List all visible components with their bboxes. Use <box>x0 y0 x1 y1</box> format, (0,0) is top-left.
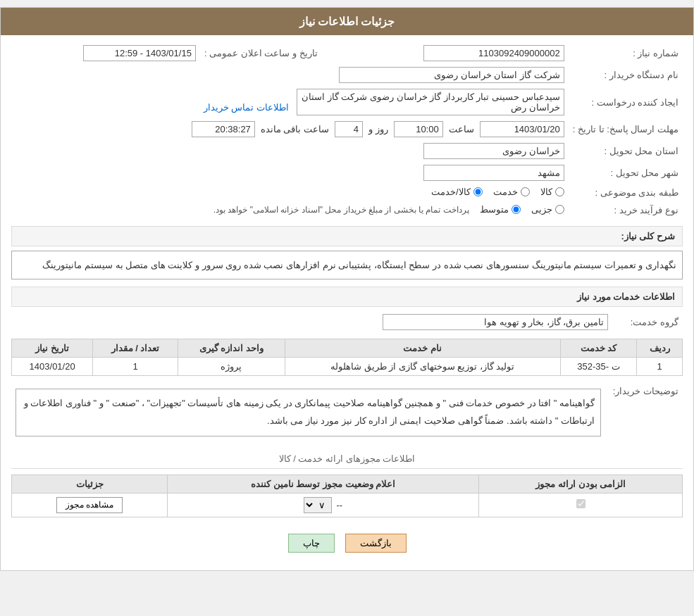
services-data-table: ردیف کد خدمت نام خدمت واحد اندازه گیری ت… <box>11 339 683 376</box>
category-radio-both[interactable] <box>473 187 483 196</box>
requester-row: ایجاد کننده درخواست : سیدعباس حسینی تبار… <box>11 86 683 118</box>
send-time-label: ساعت <box>449 124 474 134</box>
perm-col-status: اعلام وضعیت مجوز توسط نامین کننده <box>168 474 479 493</box>
category-option-kala: کالا <box>540 187 564 197</box>
category-option-khedmat: خدمت <box>493 187 530 197</box>
col-header-row: ردیف <box>637 339 683 358</box>
delivery-province-value: خراسان رضوی <box>423 143 564 159</box>
category-label-kala: کالا <box>540 187 552 197</box>
need-number-label: شماره نیاز : <box>569 42 683 64</box>
process-label: نوع فرآیند خرید : <box>569 201 683 219</box>
buyer-notes-text: گواهینامه " افتا در خصوص خدمات فنی " و ه… <box>16 389 601 436</box>
page-header: جزئیات اطلاعات نیاز <box>1 8 693 35</box>
buyer-notes-table: توضیحات خریدار: گواهینامه " افتا در خصوص… <box>11 382 683 443</box>
perm-status-container: -- ∨ <box>173 497 473 513</box>
need-description-box: نگهداری و تعمیرات سیستم مانیتورینگ سنسور… <box>11 251 683 279</box>
requester-label: ایجاد کننده درخواست : <box>569 86 683 118</box>
permissions-header-row: الزامی بودن ارائه مجوز اعلام وضعیت مجوز … <box>12 474 683 493</box>
requester-value: سیدعباس حسینی تبار کاربرداز گاز خراسان ر… <box>297 89 564 115</box>
buyer-notes-label: توضیحات خریدار: <box>605 382 683 443</box>
buyer-org-row: نام دستگاه خریدار : شرکت گاز استان خراسا… <box>11 64 683 86</box>
permissions-data-row: -- ∨ مشاهده مجوز <box>12 493 683 517</box>
show-permit-button[interactable]: مشاهده مجوز <box>56 497 123 513</box>
col-header-code: کد خدمت <box>560 339 637 358</box>
requester-contact-link[interactable]: اطلاعات تماس خریدار <box>204 102 289 113</box>
category-options: کالا خدمت کالا/خدمت <box>431 187 564 197</box>
category-radio-khedmat[interactable] <box>521 187 530 196</box>
page-container: جزئیات اطلاعات نیاز شماره نیاز : 1103092… <box>0 7 694 571</box>
services-table-header: ردیف کد خدمت نام خدمت واحد اندازه گیری ت… <box>12 339 683 358</box>
category-label: طبقه بندی موضوعی : <box>569 184 683 201</box>
service-qty: 1 <box>93 358 178 376</box>
send-deadline-inline: 1403/01/20 ساعت 10:00 روز و 4 ساعت باقی … <box>16 121 564 137</box>
col-header-unit: واحد اندازه گیری <box>178 339 285 358</box>
perm-required-cell <box>479 493 683 517</box>
process-label-mota: متوسط <box>480 204 509 215</box>
perm-status-cell: -- ∨ <box>168 493 479 517</box>
service-group-value: تامین برق، گاز، بخار و تهویه هوا <box>383 314 608 330</box>
send-remaining-label: ساعت باقی مانده <box>261 124 329 134</box>
service-group-table: گروه خدمت: تامین برق، گاز، بخار و تهویه … <box>11 311 683 333</box>
category-option-both: کالا/خدمت <box>431 187 483 197</box>
service-group-label: گروه خدمت: <box>612 311 683 333</box>
services-section-title: اطلاعات خدمات مورد نیاز <box>11 287 683 307</box>
delivery-city-value: مشهد <box>423 165 564 181</box>
service-unit: پروژه <box>178 358 285 376</box>
category-label-both: کالا/خدمت <box>431 187 471 197</box>
info-table: شماره نیاز : 1103092409000002 تاریخ و سا… <box>11 42 683 219</box>
perm-status-select[interactable]: ∨ <box>304 497 332 513</box>
send-time: 10:00 <box>394 121 443 137</box>
buyer-notes-row: توضیحات خریدار: گواهینامه " افتا در خصوص… <box>11 382 683 443</box>
table-row: 1 ت -35-352 تولید گاز، توزیع سوختهای گاز… <box>12 358 683 376</box>
service-code: ت -35-352 <box>560 358 637 376</box>
bottom-buttons: بازگشت چاپ <box>11 523 683 563</box>
process-options: جزیی متوسط پرداخت تمام یا بخشی از مبلغ خ… <box>213 204 564 215</box>
need-number-value: 1103092409000002 <box>423 45 564 61</box>
perm-required-checkbox[interactable] <box>576 499 585 508</box>
main-content: شماره نیاز : 1103092409000002 تاریخ و سا… <box>1 35 693 570</box>
send-days-label: روز و <box>368 124 388 134</box>
process-radio-mota[interactable] <box>512 205 521 214</box>
need-description-text: نگهداری و تعمیرات سیستم مانیتورینگ سنسور… <box>42 260 676 270</box>
col-header-name: نام خدمت <box>285 339 560 358</box>
perm-col-required: الزامی بودن ارائه مجوز <box>479 474 683 493</box>
need-description-title: شرح کلی نیاز: <box>11 226 683 246</box>
service-name: تولید گاز، توزیع سوختهای گازی از طریق شا… <box>285 358 560 376</box>
process-option-jozii: جزیی <box>531 204 564 215</box>
category-row: طبقه بندی موضوعی : کالا خدمت <box>11 184 683 201</box>
need-number-row: شماره نیاز : 1103092409000002 تاریخ و سا… <box>11 42 683 64</box>
category-label-khedmat: خدمت <box>493 187 518 197</box>
process-option-mota: متوسط <box>480 204 521 215</box>
send-date: 1403/01/20 <box>480 121 564 137</box>
service-date: 1403/01/20 <box>12 358 93 376</box>
page-title: جزئیات اطلاعات نیاز <box>299 15 395 27</box>
permissions-divider: اطلاعات مجوزهای ارائه خدمت / کالا <box>11 449 683 469</box>
service-group-row: گروه خدمت: تامین برق، گاز، بخار و تهویه … <box>11 311 683 333</box>
public-announce-value: 1403/01/15 - 12:59 <box>83 45 196 61</box>
delivery-province-row: استان محل تحویل : خراسان رضوی <box>11 140 683 162</box>
process-radio-jozii[interactable] <box>555 205 564 214</box>
send-deadline-row: مهلت ارسال پاسخ: تا تاریخ : 1403/01/20 س… <box>11 118 683 140</box>
process-label-jozii: جزیی <box>531 204 552 215</box>
buyer-org-label: نام دستگاه خریدار : <box>569 64 683 86</box>
col-header-date: تاریخ نیاز <box>12 339 93 358</box>
service-row-num: 1 <box>637 358 683 376</box>
perm-col-details: جزئیات <box>12 474 168 493</box>
permissions-table: الزامی بودن ارائه مجوز اعلام وضعیت مجوز … <box>11 474 683 517</box>
category-radio-kala[interactable] <box>555 187 564 196</box>
send-deadline-label: مهلت ارسال پاسخ: تا تاریخ : <box>569 118 683 140</box>
buyer-org-value: شرکت گاز استان خراسان رضوی <box>339 67 564 83</box>
perm-details-cell: مشاهده مجوز <box>12 493 168 517</box>
back-button[interactable]: بازگشت <box>345 534 407 553</box>
send-remaining: 20:38:27 <box>192 121 255 137</box>
delivery-city-label: شهر محل تحویل : <box>569 162 683 184</box>
services-title-text: اطلاعات خدمات مورد نیاز <box>577 291 675 302</box>
process-desc: پرداخت تمام یا بخشی از مبلغ خریداز محل "… <box>213 205 469 215</box>
process-row: نوع فرآیند خرید : جزیی متوسط پرداخت <box>11 201 683 219</box>
perm-status-value: -- <box>336 500 342 510</box>
send-days: 4 <box>335 121 363 137</box>
need-description-title-text: شرح کلی نیاز: <box>621 231 675 241</box>
print-button[interactable]: چاپ <box>288 534 335 553</box>
col-header-qty: تعداد / مقدار <box>93 339 178 358</box>
delivery-province-label: استان محل تحویل : <box>569 140 683 162</box>
